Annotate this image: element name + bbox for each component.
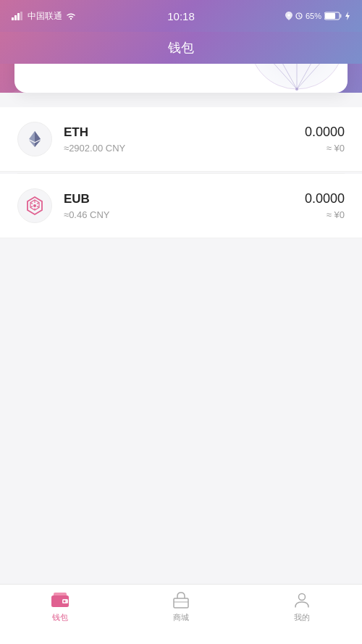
bottom-navigation: 钱包 商城 我的 bbox=[0, 584, 362, 644]
shop-icon bbox=[172, 590, 190, 609]
eub-symbol: EUB bbox=[64, 192, 305, 206]
eub-info: EUB ≈0.46 CNY bbox=[64, 192, 305, 220]
eub-balance: 0.0000 ≈ ¥0 bbox=[305, 191, 345, 220]
eth-price: ≈2902.00 CNY bbox=[64, 143, 305, 154]
profile-nav-label: 我的 bbox=[294, 612, 310, 623]
page-header: 钱包 bbox=[0, 32, 362, 64]
nav-item-profile[interactable]: 我的 bbox=[241, 590, 362, 623]
status-bar: 中国联通 10:18 65% bbox=[0, 0, 362, 32]
eth-amount: 0.0000 bbox=[305, 125, 345, 140]
status-battery-area: 65% bbox=[285, 12, 350, 20]
eth-symbol: ETH bbox=[64, 125, 305, 140]
svg-point-62 bbox=[64, 601, 66, 603]
wifi-icon bbox=[65, 12, 77, 20]
svg-point-53 bbox=[33, 204, 36, 207]
coin-item-eub[interactable]: EUB ≈0.46 CNY 0.0000 ≈ ¥0 bbox=[0, 174, 362, 238]
shop-nav-label: 商城 bbox=[173, 612, 189, 623]
wallet-nav-label: 钱包 bbox=[52, 612, 68, 623]
eub-price: ≈0.46 CNY bbox=[64, 209, 305, 220]
eth-info: ETH ≈2902.00 CNY bbox=[64, 125, 305, 154]
page-title: 钱包 bbox=[168, 39, 194, 57]
coin-item-eth[interactable]: ETH ≈2902.00 CNY 0.0000 ≈ ¥0 bbox=[0, 107, 362, 172]
nav-item-shop[interactable]: 商城 bbox=[121, 590, 242, 623]
svg-rect-63 bbox=[174, 598, 188, 608]
svg-rect-1 bbox=[14, 15, 17, 20]
dome-decoration bbox=[232, 64, 348, 93]
eub-logo bbox=[25, 196, 45, 216]
status-carrier: 中国联通 bbox=[12, 10, 77, 22]
svg-rect-8 bbox=[325, 13, 335, 19]
coin-list: ETH ≈2902.00 CNY 0.0000 ≈ ¥0 bbox=[0, 93, 362, 238]
total-assets-card: 总资产 (CNY) ≈1,231,676.25 bbox=[14, 64, 348, 93]
battery-percent: 65% bbox=[306, 12, 321, 20]
svg-rect-0 bbox=[12, 17, 14, 20]
svg-rect-9 bbox=[340, 14, 341, 18]
signal-icon bbox=[12, 12, 25, 20]
eth-icon-container bbox=[17, 122, 52, 156]
eth-logo bbox=[25, 130, 44, 149]
eub-icon-container bbox=[17, 188, 52, 223]
alarm-icon bbox=[295, 12, 303, 20]
status-time: 10:18 bbox=[167, 10, 195, 22]
eth-balance: 0.0000 ≈ ¥0 bbox=[305, 125, 345, 154]
svg-point-65 bbox=[298, 594, 305, 601]
flash-icon bbox=[345, 12, 350, 20]
battery-icon bbox=[324, 12, 342, 20]
eub-cny: ≈ ¥0 bbox=[305, 209, 345, 220]
carrier-name: 中国联通 bbox=[28, 10, 62, 22]
svg-rect-3 bbox=[20, 12, 22, 20]
eth-cny: ≈ ¥0 bbox=[305, 143, 345, 154]
location-icon bbox=[285, 12, 292, 20]
svg-point-40 bbox=[295, 88, 298, 91]
eub-amount: 0.0000 bbox=[305, 191, 345, 206]
nav-item-wallet[interactable]: 钱包 bbox=[0, 590, 121, 623]
user-icon bbox=[292, 590, 311, 609]
svg-point-4 bbox=[70, 18, 72, 20]
wallet-icon bbox=[51, 590, 70, 609]
svg-marker-50 bbox=[35, 131, 41, 142]
svg-point-5 bbox=[287, 14, 290, 17]
svg-rect-2 bbox=[17, 13, 20, 20]
